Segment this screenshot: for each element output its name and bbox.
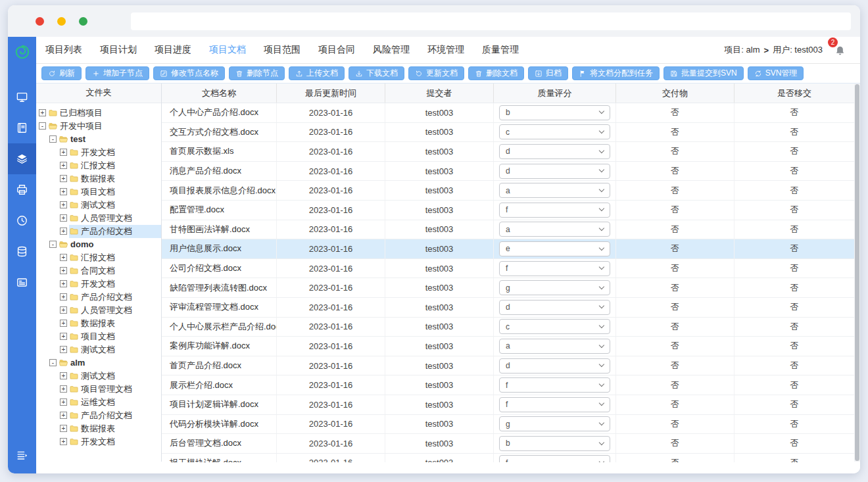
table-row[interactable]: 用户信息展示.docx2023-01-16test003e否否 (162, 239, 854, 259)
delete-node-button[interactable]: 删除节点 (229, 66, 285, 80)
tree-node[interactable]: +运维文档 (36, 396, 161, 409)
tab-env-management[interactable]: 环境管理 (427, 44, 464, 56)
tree-node[interactable]: +产品介绍文档 (36, 409, 161, 422)
notifications-button[interactable]: 2 (834, 43, 847, 57)
table-row[interactable]: 评审流程管理文档.docx2023-01-16test003d否否 (162, 298, 854, 318)
tree-expand-toggle[interactable]: + (60, 320, 67, 327)
tab-project-scope[interactable]: 项目范围 (264, 44, 301, 56)
tree-expand-toggle[interactable]: + (60, 372, 67, 379)
quality-score-select[interactable]: f (499, 261, 610, 276)
scrollbar-thumb[interactable] (855, 84, 859, 461)
tree-collapse-toggle[interactable]: - (39, 122, 46, 130)
tree-node[interactable]: +开发文档 (36, 435, 161, 448)
quality-score-select[interactable]: d (499, 144, 610, 159)
quality-score-select[interactable]: d (499, 358, 610, 374)
table-row[interactable]: 首页展示数据.xls2023-01-16test003d否否 (162, 142, 854, 162)
table-row[interactable]: 项目报表展示信息介绍.docx2023-01-16test003a否否 (162, 181, 854, 201)
tab-project-plan[interactable]: 项目计划 (100, 44, 137, 56)
table-row[interactable]: 代码分析模块详解.docx2023-01-16test003g否否 (162, 415, 854, 435)
assign-doc-to-task-button[interactable]: 将文档分配到任务 (572, 66, 660, 80)
tree-expand-toggle[interactable]: + (39, 109, 46, 116)
archive-button[interactable]: 归档 (528, 66, 568, 80)
quality-score-select[interactable]: d (499, 300, 610, 315)
sidebar-item-desktop[interactable] (8, 82, 36, 112)
tree-expand-toggle[interactable]: + (60, 333, 67, 340)
svn-manage-button[interactable]: SVN管理 (748, 66, 804, 80)
quality-score-select[interactable]: d (499, 164, 610, 179)
quality-score-select[interactable]: g (499, 280, 610, 295)
tree-node[interactable]: +测试文档 (36, 199, 161, 212)
tree-node[interactable]: -开发中项目 (36, 120, 161, 133)
update-doc-button[interactable]: 更新文档 (408, 66, 464, 80)
tree-node[interactable]: +数据报表 (36, 317, 161, 330)
quality-score-select[interactable]: g (499, 416, 610, 431)
tree-collapse-toggle[interactable]: - (49, 359, 57, 366)
tree-node[interactable]: +产品介绍文档 (36, 291, 161, 304)
quality-score-select[interactable]: a (499, 183, 610, 198)
tab-risk-management[interactable]: 风险管理 (373, 44, 410, 56)
sidebar-item-documents[interactable] (8, 112, 36, 143)
tree-node[interactable]: -alm (36, 356, 161, 370)
tab-quality-management[interactable]: 质量管理 (482, 44, 519, 56)
tree-node[interactable]: +项目管理文档 (36, 383, 161, 396)
add-child-node-button[interactable]: 增加子节点 (85, 66, 149, 80)
tree-node[interactable]: +开发文档 (36, 146, 161, 159)
tab-project-docs[interactable]: 项目文档 (209, 44, 246, 56)
table-row[interactable]: 配置管理.docx2023-01-16test003f否否 (162, 201, 854, 220)
tree-expand-toggle[interactable]: + (60, 280, 67, 287)
window-zoom-button[interactable] (79, 17, 87, 26)
table-row[interactable]: 交互方式介绍文档.docx2023-01-16test003c否否 (162, 123, 854, 143)
tree-expand-toggle[interactable]: + (60, 293, 67, 301)
sidebar-item-collapse[interactable] (8, 442, 36, 468)
quality-score-select[interactable]: c (499, 124, 610, 139)
quality-score-select[interactable]: f (499, 397, 610, 412)
refresh-button[interactable]: 刷新 (41, 66, 82, 80)
tree-expand-toggle[interactable]: + (60, 438, 67, 445)
tree-expand-toggle[interactable]: + (60, 385, 67, 393)
sidebar-item-print[interactable] (8, 174, 36, 205)
table-row[interactable]: 个人中心展示栏产品介绍.docx2023-01-16test003c否否 (162, 318, 854, 337)
tree-expand-toggle[interactable]: + (60, 149, 67, 156)
quality-score-select[interactable]: c (499, 319, 610, 334)
app-logo[interactable] (8, 37, 36, 67)
table-row[interactable]: 项目计划逻辑详解.docx2023-01-16test003f否否 (162, 395, 854, 415)
tree-node[interactable]: +数据报表 (36, 172, 161, 185)
tree-expand-toggle[interactable]: + (60, 412, 67, 419)
window-close-button[interactable] (36, 17, 44, 26)
tree-expand-toggle[interactable]: + (60, 306, 67, 314)
table-row[interactable]: 个人中心产品介绍.docx2023-01-16test003b否否 (162, 103, 854, 123)
window-minimize-button[interactable] (57, 17, 66, 26)
quality-score-select[interactable]: f (499, 455, 610, 462)
tree-node[interactable]: -domo (36, 238, 161, 251)
sidebar-item-data[interactable] (8, 236, 36, 267)
tab-project-contract[interactable]: 项目合同 (318, 44, 355, 56)
tree-expand-toggle[interactable]: + (60, 398, 67, 406)
tree-node[interactable]: +汇报文档 (36, 251, 161, 264)
quality-score-select[interactable]: a (499, 222, 610, 237)
tree-expand-toggle[interactable]: + (60, 425, 67, 432)
delete-doc-button[interactable]: 删除文档 (468, 66, 524, 80)
sidebar-item-reports[interactable] (8, 267, 36, 298)
tree-node[interactable]: +测试文档 (36, 370, 161, 383)
tree-expand-toggle[interactable]: + (60, 228, 67, 235)
tree-node[interactable]: +已归档项目 (36, 107, 161, 120)
rename-node-button[interactable]: 修改节点名称 (153, 66, 225, 80)
quality-score-select[interactable]: f (499, 377, 610, 393)
tree-expand-toggle[interactable]: + (60, 175, 67, 182)
batch-commit-svn-button[interactable]: 批量提交到SVN (663, 66, 744, 80)
tree-node[interactable]: +项目文档 (36, 330, 161, 343)
quality-score-select[interactable]: a (499, 339, 610, 354)
table-row[interactable]: 缺陷管理列表流转图.docx2023-01-16test003g否否 (162, 278, 854, 298)
tree-collapse-toggle[interactable]: - (49, 135, 57, 143)
download-doc-button[interactable]: 下载文档 (349, 66, 404, 80)
table-row[interactable]: 首页产品介绍.docx2023-01-16test003d否否 (162, 356, 854, 376)
table-row[interactable]: 报工模块详解.docx2023-01-16test003f否否 (162, 454, 854, 462)
quality-score-select[interactable]: e (499, 241, 610, 256)
tree-expand-toggle[interactable]: + (60, 188, 67, 195)
table-row[interactable]: 展示栏介绍.docx2023-01-16test003f否否 (162, 375, 854, 395)
tree-node[interactable]: +合同文档 (36, 264, 161, 277)
tree-expand-toggle[interactable]: + (60, 346, 67, 353)
tree-node[interactable]: +产品介绍文档 (36, 225, 161, 238)
vertical-scrollbar[interactable] (854, 84, 860, 462)
tree-node[interactable]: +人员管理文档 (36, 212, 161, 225)
